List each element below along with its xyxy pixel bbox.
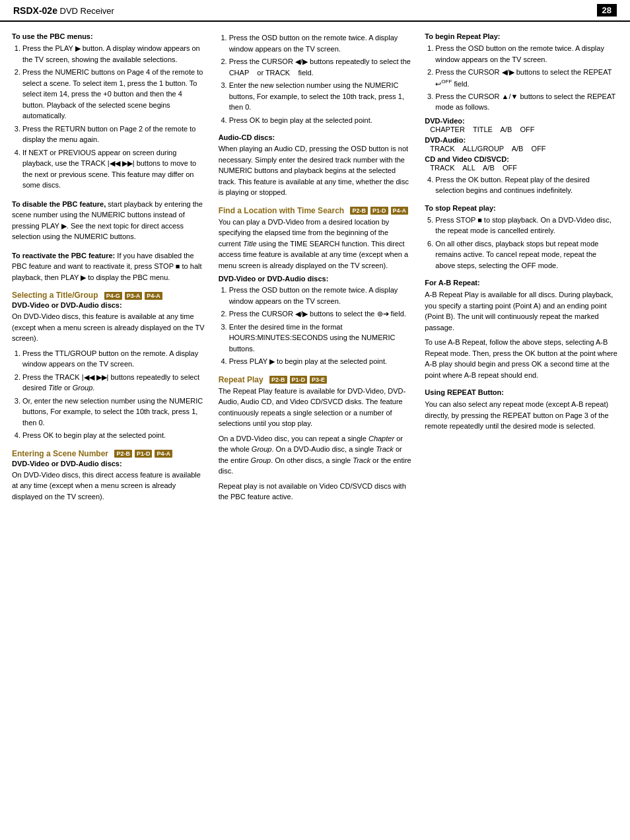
selecting-title-body: On DVD-Video discs, this feature is avai… — [12, 311, 205, 344]
osd-steps-list: Press the OSD button on the remote twice… — [219, 32, 412, 125]
section-selecting-title: Selecting a Title/Group P4-G P3-A P4-A D… — [12, 291, 205, 441]
list-item: Press the OSD button on the remote twice… — [229, 285, 412, 306]
page-number: 28 — [597, 4, 617, 17]
product-type: DVD Receiver — [60, 6, 114, 16]
dvd-video-label: DVD-Video: — [425, 117, 618, 125]
find-location-body: You can play a DVD-Video from a desired … — [219, 217, 412, 271]
list-item: Press the CURSOR ▲/▼ buttons to select t… — [435, 91, 618, 113]
repeat-play-heading: Repeat Play P2-B P1-D P3-E — [219, 375, 412, 384]
section-begin-repeat: To begin Repeat Play: Press the OSD butt… — [425, 32, 618, 196]
list-item: Press the OSD button on the remote twice… — [229, 32, 412, 54]
section-audio-cd: Audio-CD discs: When playing an Audio CD… — [219, 133, 412, 198]
list-item: Press the CURSOR ◀/▶ buttons to select t… — [435, 67, 618, 89]
section-osd-steps: Press the OSD button on the remote twice… — [219, 32, 412, 125]
badge-p2b: P2-B — [114, 450, 132, 458]
column-2: Press the OSD button on the remote twice… — [212, 32, 419, 510]
list-item: Press PLAY ▶ to begin play at the select… — [229, 356, 412, 367]
list-item: Or, enter the new selection number using… — [22, 396, 205, 429]
column-1: To use the PBC menus: Press the PLAY ▶ b… — [12, 32, 212, 510]
stop-repeat-list: Press STOP ■ to stop playback. On a DVD-… — [425, 215, 618, 271]
section-find-location: Find a Location with Time Search P2-B P1… — [219, 206, 412, 367]
list-item: Press the CURSOR ◀/▶ buttons repeatedly … — [229, 56, 412, 78]
section-pbc-reactivate: To reactivate the PBC feature: If you ha… — [12, 250, 205, 283]
pbc-disable-text: To disable the PBC feature, start playba… — [12, 199, 205, 242]
find-location-subheading: DVD-Video or DVD-Audio discs: — [219, 275, 412, 283]
section-pbc-menus: To use the PBC menus: Press the PLAY ▶ b… — [12, 32, 205, 191]
badge-p1d-f: P1-D — [370, 207, 388, 215]
badge-p4g: P4-G — [104, 292, 122, 300]
badge-p2b-f: P2-B — [350, 207, 368, 215]
badge-p4a-f: P4-A — [391, 207, 409, 215]
badge-p1d-r: P1-D — [290, 376, 308, 384]
page: RSDX-02e DVD Receiver 28 To use the PBC … — [0, 0, 630, 840]
dvd-audio-values: TRACK ALL/GROUP A/B OFF — [425, 145, 618, 153]
ab-repeat-body2: To use A-B Repeat, follow the above step… — [425, 337, 618, 380]
list-item: Press the RETURN button on Page 2 of the… — [22, 123, 205, 145]
badge-p4a: P4-A — [145, 292, 162, 300]
selecting-title-list: Press the TTL/GROUP button on the remote… — [12, 348, 205, 441]
ab-repeat-heading: For A-B Repeat: — [425, 279, 618, 287]
section-repeat-button: Using REPEAT Button: You can also select… — [425, 388, 618, 432]
begin-repeat-list: Press the OSD button on the remote twice… — [425, 43, 618, 113]
entering-scene-body: On DVD-Video discs, this direct access f… — [12, 470, 205, 503]
list-item: Press the NUMERIC buttons on Page 4 of t… — [22, 67, 205, 122]
list-item: Enter the new selection number using the… — [229, 80, 412, 113]
cd-video-values: TRACK ALL A/B OFF — [425, 164, 618, 172]
find-location-list: Press the OSD button on the remote twice… — [219, 285, 412, 367]
list-item: On all other discs, playback stops but r… — [435, 238, 618, 271]
list-item: Press the OSD button on the remote twice… — [435, 43, 618, 65]
selecting-title-heading: Selecting a Title/Group P4-G P3-A P4-A — [12, 291, 205, 300]
list-item: If NEXT or PREVIOUS appear on screen dur… — [22, 147, 205, 191]
ab-repeat-body1: A-B Repeat Play is available for all dis… — [425, 289, 618, 333]
list-item: Press the TRACK |◀◀ ▶▶| buttons repeated… — [22, 372, 205, 394]
section-ab-repeat: For A-B Repeat: A-B Repeat Play is avail… — [425, 279, 618, 380]
audio-cd-heading: Audio-CD discs: — [219, 133, 412, 141]
header-title: RSDX-02e DVD Receiver — [13, 5, 114, 16]
main-content: To use the PBC menus: Press the PLAY ▶ b… — [0, 32, 630, 510]
cd-video-label: CD and Video CD/SVCD: — [425, 155, 618, 163]
section-pbc-disable: To disable the PBC feature, start playba… — [12, 199, 205, 242]
repeat-play-body2: On a DVD-Video disc, you can repeat a si… — [219, 433, 412, 477]
list-item: Press the TTL/GROUP button on the remote… — [22, 348, 205, 370]
list-item: Press the OK button. Repeat play of the … — [435, 174, 618, 196]
badge-p4a2: P4-A — [155, 450, 172, 458]
badge-row-scene: P2-B P1-D P4-A — [113, 450, 172, 458]
list-item: Press STOP ■ to stop playback. On a DVD-… — [435, 215, 618, 236]
repeat-play-body1: The Repeat Play feature is available for… — [219, 386, 412, 429]
badge-row: P4-G P3-A P4-A — [103, 292, 162, 300]
badge-p3e-r: P3-E — [310, 376, 327, 384]
list-item: Press OK to begin play at the selected p… — [22, 430, 205, 441]
list-item: Press the CURSOR ◀/▶ buttons to select t… — [229, 308, 412, 320]
entering-scene-heading: Entering a Scene Number P2-B P1-D P4-A — [12, 449, 205, 458]
badge-p2b-r: P2-B — [269, 376, 287, 384]
begin-repeat-list-4: Press the OK button. Repeat play of the … — [425, 174, 618, 196]
repeat-button-heading: Using REPEAT Button: — [425, 388, 618, 396]
begin-repeat-heading: To begin Repeat Play: — [425, 32, 618, 40]
pbc-menus-list: Press the PLAY ▶ button. A display windo… — [12, 43, 205, 191]
dvd-audio-label: DVD-Audio: — [425, 136, 618, 144]
audio-cd-body: When playing an Audio CD, pressing the O… — [219, 143, 412, 198]
list-item: Press the PLAY ▶ button. A display windo… — [22, 43, 205, 65]
column-3: To begin Repeat Play: Press the OSD butt… — [418, 32, 618, 510]
list-item: Press OK to begin play at the selected p… — [229, 115, 412, 126]
list-item: Enter the desired time in the format HOU… — [229, 322, 412, 355]
dvd-video-values: CHAPTER TITLE A/B OFF — [425, 125, 618, 133]
entering-scene-subheading: DVD-Video or DVD-Audio discs: — [12, 460, 205, 468]
badge-p3a: P3-A — [125, 292, 143, 300]
badge-row-repeat: P2-B P1-D P3-E — [268, 376, 327, 384]
stop-repeat-heading: To stop Repeat play: — [425, 204, 618, 212]
model-name: RSDX-02e — [13, 5, 57, 16]
badge-p1d: P1-D — [135, 450, 153, 458]
pbc-menus-heading: To use the PBC menus: — [12, 32, 205, 40]
section-repeat-play: Repeat Play P2-B P1-D P3-E The Repeat Pl… — [219, 375, 412, 503]
page-header: RSDX-02e DVD Receiver 28 — [0, 0, 630, 22]
repeat-button-body: You can also select any repeat mode (exc… — [425, 399, 618, 432]
section-stop-repeat: To stop Repeat play: Press STOP ■ to sto… — [425, 204, 618, 271]
selecting-title-subheading: DVD-Video or DVD-Audio discs: — [12, 301, 205, 309]
badge-row-find: P2-B P1-D P4-A — [349, 207, 408, 215]
repeat-play-body3: Repeat play is not available on Video CD… — [219, 481, 412, 503]
section-entering-scene: Entering a Scene Number P2-B P1-D P4-A D… — [12, 449, 205, 503]
find-location-heading: Find a Location with Time Search P2-B P1… — [219, 206, 412, 215]
pbc-reactivate-text: To reactivate the PBC feature: If you ha… — [12, 250, 205, 283]
